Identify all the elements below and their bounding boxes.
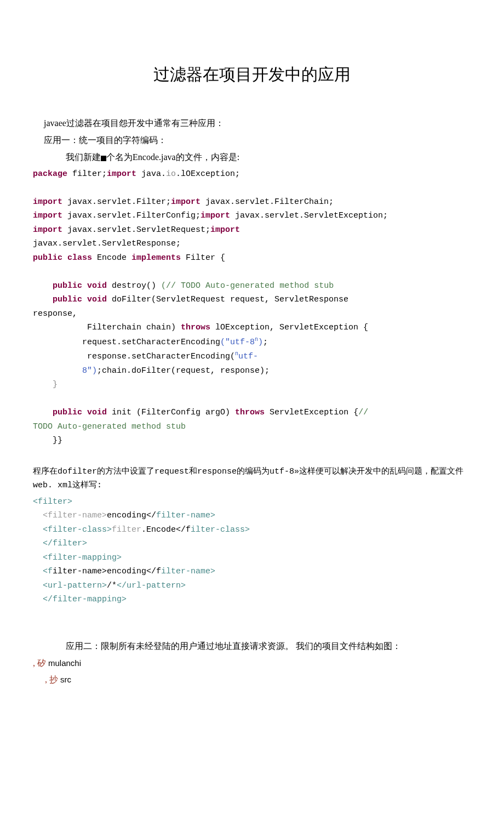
paragraph-explain: 程序在dofilter的方法中设置了request和response的编码为ut… [33,465,471,493]
paragraph-app2: 应用二：限制所有未经登陆的用户通过地址直接请求资源。 我们的项目文件结构如图： [33,639,471,653]
paragraph-intro: javaee过滤器在项目怨开发中通常有三种应用： [33,116,471,130]
tree-root: , 矽 mulanchi [33,656,471,670]
code-block-java: package filter;import java.io.lOExceptio… [33,167,471,448]
tree-child: , 抄 src [33,672,471,687]
code-block-xml: <filter> <filter-name>encoding</filter-n… [33,495,471,607]
page-title: 过滤器在项目开发中的应用 [33,60,471,88]
black-square-icon [101,156,106,161]
paragraph-file: 我们新建个名为Encode.java的文件，内容是: [33,150,471,164]
paragraph-app1: 应用一：统一项目的字符编码： [33,133,471,147]
